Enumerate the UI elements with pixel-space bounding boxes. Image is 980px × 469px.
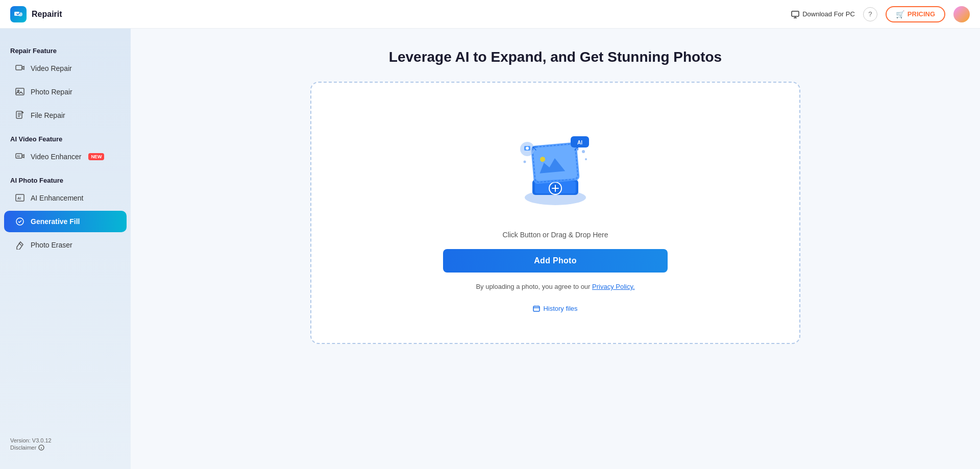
- pricing-button[interactable]: 🛒 PRICING: [886, 6, 945, 22]
- sidebar-item-video-repair[interactable]: Video Repair: [4, 58, 127, 79]
- header-right: Download For PC ? 🛒 PRICING: [791, 6, 970, 22]
- svg-rect-3: [16, 65, 22, 70]
- header-left: Repairit: [10, 6, 62, 22]
- photo-repair-icon: [14, 86, 26, 97]
- generative-fill-icon: [14, 216, 26, 227]
- svg-point-24: [526, 147, 529, 150]
- sidebar-footer: Version: V3.0.12 Disclaimer: [0, 429, 131, 459]
- sidebar-item-video-repair-label: Video Repair: [31, 64, 72, 72]
- video-repair-icon: [14, 63, 26, 74]
- help-icon[interactable]: ?: [863, 7, 877, 21]
- privacy-policy-link[interactable]: Privacy Policy.: [592, 283, 635, 290]
- svg-rect-28: [533, 306, 540, 311]
- svg-text:AI: AI: [17, 155, 20, 158]
- app-logo: [10, 6, 27, 22]
- sidebar-item-file-repair[interactable]: File Repair: [4, 105, 127, 126]
- upload-zone[interactable]: AI Click Button or Drag & Dr: [310, 82, 800, 344]
- ai-video-feature-section-label: AI Video Feature: [0, 131, 131, 145]
- sidebar-item-generative-fill-label: Generative Fill: [31, 217, 80, 226]
- svg-text:AI: AI: [17, 196, 21, 200]
- sidebar-item-photo-eraser-label: Photo Eraser: [31, 241, 72, 249]
- disclaimer-link[interactable]: Disclaimer: [10, 445, 120, 451]
- photo-eraser-icon: [14, 239, 26, 251]
- svg-point-27: [524, 161, 526, 163]
- svg-point-1: [18, 12, 22, 16]
- ai-photo-feature-section-label: AI Photo Feature: [0, 172, 131, 186]
- svg-text:AI: AI: [577, 140, 582, 145]
- upload-illustration: AI: [504, 113, 606, 215]
- sidebar-item-photo-repair[interactable]: Photo Repair: [4, 81, 127, 103]
- sidebar-item-video-enhancer-label: Video Enhancer: [31, 153, 81, 161]
- svg-point-25: [582, 150, 585, 153]
- main-content: Leverage AI to Expand, and Get Stunning …: [131, 29, 980, 469]
- ai-enhancement-icon: AI: [14, 192, 26, 204]
- upload-hint: Click Button or Drag & Drop Here: [503, 231, 608, 239]
- content-area: Leverage AI to Expand, and Get Stunning …: [310, 49, 800, 344]
- sidebar-item-photo-repair-label: Photo Repair: [31, 88, 72, 96]
- app-header: Repairit Download For PC ? 🛒 PRICING: [0, 0, 980, 29]
- history-files-link[interactable]: History files: [533, 305, 577, 312]
- sidebar-item-ai-enhancement[interactable]: AI AI Enhancement: [4, 187, 127, 209]
- sidebar: Repair Feature Video Repair Photo Repair: [0, 29, 131, 469]
- file-repair-icon: [14, 110, 26, 121]
- sidebar-item-photo-eraser[interactable]: Photo Eraser: [4, 234, 127, 256]
- add-photo-button[interactable]: Add Photo: [443, 249, 668, 273]
- privacy-text: By uploading a photo, you agree to our P…: [476, 283, 634, 290]
- new-badge: NEW: [88, 153, 104, 160]
- app-name: Repairit: [32, 10, 62, 19]
- svg-point-26: [585, 158, 587, 160]
- app-layout: Repair Feature Video Repair Photo Repair: [0, 29, 980, 469]
- sidebar-item-ai-enhancement-label: AI Enhancement: [31, 194, 84, 202]
- sidebar-item-file-repair-label: File Repair: [31, 111, 65, 119]
- page-title: Leverage AI to Expand, and Get Stunning …: [310, 49, 800, 65]
- repair-feature-section-label: Repair Feature: [0, 43, 131, 57]
- cart-icon: 🛒: [896, 10, 904, 18]
- download-pc-button[interactable]: Download For PC: [791, 10, 855, 18]
- sidebar-item-generative-fill[interactable]: Generative Fill: [4, 211, 127, 232]
- video-enhancer-icon: AI: [14, 151, 26, 162]
- user-avatar[interactable]: [953, 6, 970, 22]
- sidebar-item-video-enhancer[interactable]: AI Video Enhancer NEW: [4, 146, 127, 167]
- version-text: Version: V3.0.12: [10, 437, 120, 443]
- svg-rect-2: [792, 11, 799, 16]
